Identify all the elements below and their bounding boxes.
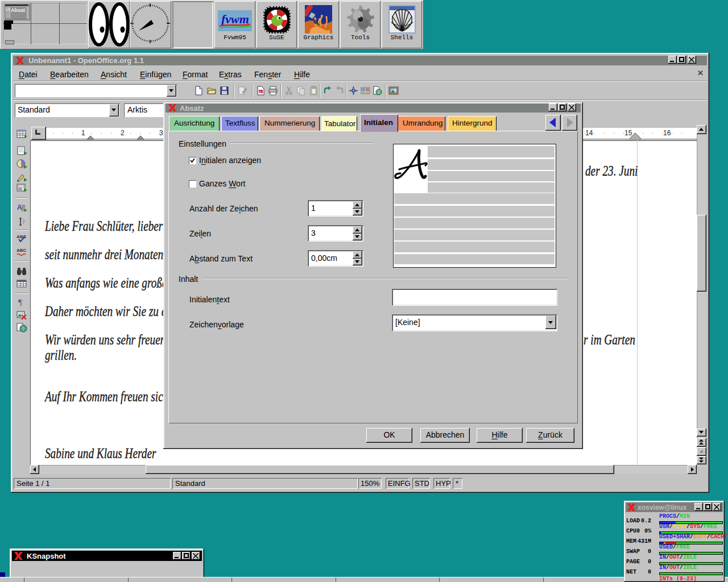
svg-text:A: A bbox=[259, 90, 262, 94]
svg-text:A: A bbox=[17, 203, 22, 211]
svg-text:ABC: ABC bbox=[16, 248, 27, 253]
svg-text:¶: ¶ bbox=[18, 298, 22, 307]
svg-text:fvwm: fvwm bbox=[221, 12, 249, 26]
